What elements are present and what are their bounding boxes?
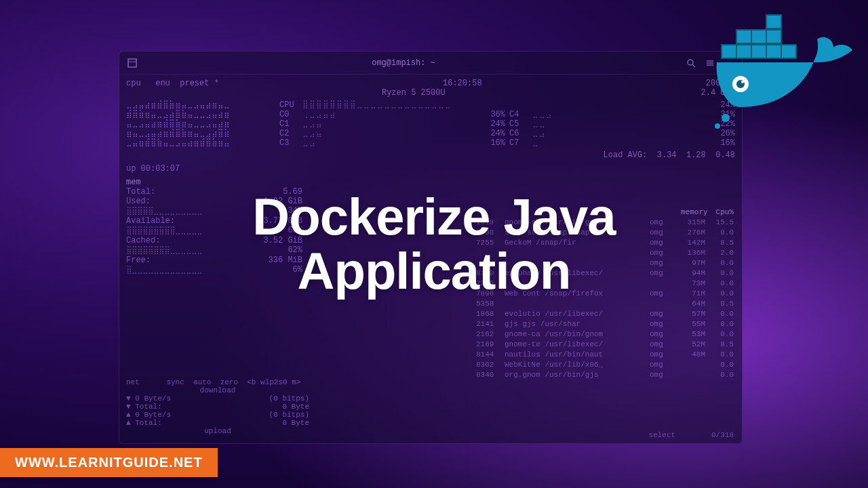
- process-row[interactable]: 535864M0.5: [476, 299, 734, 309]
- core-c2-pct: 24%: [477, 129, 505, 138]
- net-upload-label: upload: [126, 427, 309, 435]
- process-row[interactable]: 8340org.gnom /usr/bin/gjsomg0.0: [476, 370, 734, 380]
- cpu-graph-sparkline: ⣀⣠⣤⣴⣶⣾⣿⣷⣶⣤⣀⣠⣤⣴⣶⣤⣀: [126, 100, 275, 110]
- proc-mem: 64M: [673, 299, 705, 309]
- svg-rect-0: [128, 59, 136, 67]
- proc-mem: 142M: [673, 238, 705, 248]
- terminal-title: omg@impish: ~: [182, 58, 625, 68]
- core-c2-label: C2: [279, 129, 298, 138]
- preset-label: preset *: [180, 79, 219, 88]
- svg-line-3: [692, 64, 695, 67]
- process-row[interactable]: 2141gjs gjs /usr/sharomg55M0.0: [476, 319, 734, 329]
- cpu-panel: ⣀⣠⣤⣴⣶⣾⣿⣷⣶⣤⣀⣠⣤⣴⣶⣤⣀CPU⣿⣿⣿⣿⣿⣿⣿⣿⣀⣀⣀⣀⣀⣀⣀⣀⣀⣀⣀⣀…: [126, 100, 735, 148]
- net-down-total: 0 Byte: [282, 403, 309, 411]
- svg-point-2: [688, 60, 693, 65]
- proc-user: omg: [650, 309, 673, 319]
- site-banner: WWW.LEARNITGUIDE.NET: [0, 448, 218, 477]
- proc-header-cpu: Cpu%: [716, 207, 734, 218]
- proc-cpu: 0.0: [705, 309, 734, 319]
- svg-rect-11: [766, 30, 781, 43]
- mem-cached-label: Cached:: [126, 236, 160, 245]
- load-15: 0.48: [715, 150, 735, 160]
- process-row[interactable]: 2169gnome-te /usr/libexec/omg52M8.5: [476, 340, 734, 350]
- proc-mem: 53M: [673, 329, 705, 340]
- proc-user: omg: [650, 289, 673, 299]
- svg-point-20: [722, 114, 730, 122]
- proc-select-label: select: [649, 431, 676, 439]
- core-c7-label: C7: [509, 138, 528, 148]
- load-1: 3.34: [657, 150, 677, 160]
- mem-avail-bar: ⣿⣿⣿⣿⣿⣿⣿⣿⣿⣀⣀⣀⣀⣀: [126, 226, 202, 236]
- net-up-rate: ▲ 0 Byte/s: [126, 411, 171, 419]
- proc-user: omg: [650, 329, 673, 340]
- proc-mem: 276M: [673, 228, 705, 238]
- clock: 16:20:58: [443, 79, 482, 88]
- proc-user: omg: [650, 370, 673, 380]
- mem-free-label: Free:: [126, 256, 151, 265]
- proc-user: omg: [650, 340, 673, 350]
- cpu-sparkline-row: ⣀⣤⣶⣾⣿⣷⣤⣀⣠⣤⣴⣶⣾⣿⣷⣶⣤: [126, 138, 275, 148]
- mem-used-label: Used:: [126, 197, 151, 206]
- net-download-label: download: [126, 386, 309, 394]
- proc-pid: 2141: [476, 319, 505, 329]
- svg-rect-16: [781, 45, 796, 58]
- tab-icon[interactable]: [127, 58, 137, 68]
- mem-cached-bar: ⣿⣿⣿⣿⣿⣿⣿⣿⣀⣀⣀⣀⣀⣀: [126, 245, 202, 256]
- proc-mem: 136M: [673, 248, 705, 258]
- net-down-total-label: ▼ Total:: [126, 403, 162, 411]
- cpu-sparkline-row: ⣶⣤⣀⣠⣤⣴⣶⣾⣿⣷⣶⣤⣀⣠⣴⣿⣷: [126, 129, 275, 138]
- mem-total-label: Total:: [126, 187, 155, 197]
- svg-rect-13: [736, 45, 751, 58]
- proc-cpu: 0.0: [705, 279, 734, 289]
- proc-user: [650, 279, 673, 289]
- load-label: Load AVG:: [604, 150, 648, 160]
- search-icon[interactable]: [686, 58, 696, 68]
- network-panel: net sync auto zero <b wlp2s0 m> download…: [126, 378, 309, 435]
- proc-pid: 1868: [476, 309, 505, 319]
- core-c7-pct: 16%: [707, 138, 735, 148]
- svg-rect-15: [766, 45, 781, 58]
- proc-cmd: WebKitNe /usr/lib/x86_: [505, 360, 650, 370]
- proc-mem: 97M: [673, 258, 705, 268]
- proc-header-mem: memory: [681, 207, 708, 218]
- net-up-bits: (0 bitps): [269, 411, 309, 419]
- proc-cpu: 0.0: [705, 350, 734, 360]
- proc-cmd: gnome-te /usr/libexec/: [505, 340, 650, 350]
- proc-user: omg: [650, 248, 673, 258]
- core-c5-label: C5: [509, 119, 528, 129]
- net-sync: sync: [166, 378, 184, 386]
- core-c3-pct: 16%: [477, 138, 505, 148]
- proc-cmd: gjs gjs /usr/shar: [505, 319, 650, 329]
- mem-used-bar: ⣿⣿⣿⣿⣿⣀⣀⣀⣀⣀⣀⣀⣀⣀: [126, 206, 202, 216]
- cpu-model: Ryzen 5 2500U: [382, 88, 446, 98]
- proc-cpu: 0.0: [705, 319, 734, 329]
- proc-cpu: 8.5: [705, 238, 734, 248]
- process-row[interactable]: 2162gnome-ca /usr/bin/gnomomg53M0.0: [476, 329, 734, 340]
- proc-mem: 55M: [673, 319, 705, 329]
- proc-user: omg: [650, 350, 673, 360]
- net-down-bits: (0 bitps): [269, 394, 309, 403]
- proc-user: omg: [650, 268, 673, 279]
- cpu-main-bar: ⣿⣿⣿⣿⣿⣿⣿⣿⣀⣀⣀⣀⣀⣀⣀⣀⣀⣀⣀⣀⣀⣀: [302, 100, 703, 110]
- proc-mem: 52M: [673, 340, 705, 350]
- process-row[interactable]: 8302WebKitNe /usr/lib/x86_omg0.0: [476, 360, 734, 370]
- proc-cpu: 0.0: [705, 268, 734, 279]
- proc-mem: 71M: [673, 289, 705, 299]
- mem-free-bar: ⣿⣀⣀⣀⣀⣀⣀⣀⣀⣀⣀⣀⣀⣀: [126, 265, 202, 275]
- proc-cmd: gnome-ca /usr/bin/gnom: [505, 329, 650, 340]
- proc-counter: 0/318: [711, 431, 734, 439]
- proc-cmd: evolutio /usr/libexec/: [505, 309, 650, 319]
- svg-point-21: [715, 123, 720, 129]
- process-row[interactable]: 1868evolutio /usr/libexec/omg57M0.0: [476, 309, 734, 319]
- menu-label: enu: [155, 79, 170, 88]
- svg-rect-12: [722, 45, 736, 58]
- proc-cmd: [505, 299, 650, 309]
- svg-rect-10: [751, 30, 766, 43]
- cpu-sparkline-row: ⣤⣀⣠⣤⣴⣶⣾⣿⣷⣶⣤⣀⣀⣠⣤⣴⣶: [126, 119, 275, 129]
- proc-user: omg: [650, 228, 673, 238]
- process-row[interactable]: 8144nautilus /usr/bin/nautomg48M0.0: [476, 350, 734, 360]
- proc-pid: 8340: [476, 370, 505, 380]
- mem-header: mem: [126, 178, 302, 187]
- uptime: up 00:03:07: [126, 164, 735, 174]
- proc-pid: 2169: [476, 340, 505, 350]
